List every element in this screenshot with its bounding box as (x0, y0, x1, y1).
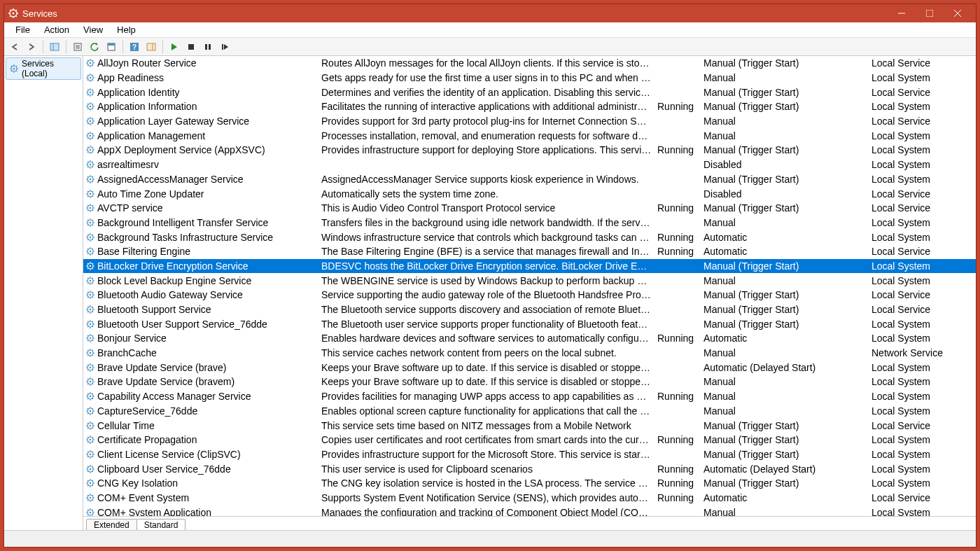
gear-icon (85, 449, 96, 460)
service-row[interactable]: AllJoyn Router ServiceRoutes AllJoyn mes… (83, 56, 976, 71)
service-row[interactable]: Brave Update Service (brave)Keeps your B… (83, 360, 976, 375)
service-row[interactable]: Application IdentityDetermines and verif… (83, 85, 976, 99)
gear-icon (85, 232, 96, 243)
service-row[interactable]: CNG Key IsolationThe CNG key isolation s… (83, 476, 976, 491)
service-logon-as: Local System (872, 130, 955, 141)
service-logon-as: Local System (872, 463, 955, 475)
pause-service-button[interactable] (200, 39, 216, 55)
main-area: Services (Local) AllJoyn Router ServiceR… (4, 56, 976, 530)
service-row[interactable]: Bluetooth Support ServiceThe Bluetooth s… (83, 302, 976, 317)
service-row[interactable]: Brave Update Service (bravem)Keeps your … (83, 375, 976, 389)
service-row[interactable]: Block Level Backup Engine ServiceThe WBE… (83, 273, 976, 288)
properties-button[interactable] (104, 39, 119, 55)
service-startup-type: Manual (Trigger Start) (704, 319, 872, 330)
service-name: Auto Time Zone Updater (97, 188, 321, 200)
service-row[interactable]: Application ManagementProcesses installa… (83, 128, 976, 143)
svg-rect-20 (209, 44, 211, 50)
service-startup-type: Manual (Trigger Start) (704, 87, 872, 98)
menu-help[interactable]: Help (110, 23, 143, 36)
service-row[interactable]: BitLocker Drive Encryption ServiceBDESVC… (83, 259, 976, 274)
service-row[interactable]: BranchCacheThis service caches network c… (83, 346, 976, 361)
service-description: Facilitates the running of interactive a… (321, 101, 657, 112)
service-description: This service sets time based on NITZ mes… (321, 420, 657, 431)
service-name: CaptureService_76dde (97, 405, 321, 417)
service-row[interactable]: App ReadinessGets apps ready for use the… (83, 71, 976, 85)
service-status: Running (657, 463, 704, 475)
gear-icon (85, 420, 96, 431)
service-row[interactable]: Bluetooth Audio Gateway ServiceService s… (83, 288, 976, 302)
forward-button[interactable] (24, 39, 39, 55)
menu-action[interactable]: Action (37, 23, 76, 36)
svg-point-25 (90, 62, 92, 64)
gear-icon (85, 144, 96, 155)
menu-view[interactable]: View (76, 23, 110, 36)
service-row[interactable]: AppX Deployment Service (AppXSVC)Provide… (83, 143, 976, 158)
tree-root-services-local[interactable]: Services (Local) (6, 57, 81, 80)
gear-icon (85, 217, 96, 228)
service-status: Running (657, 434, 704, 445)
service-name: Bluetooth Audio Gateway Service (97, 289, 321, 300)
tree-pane[interactable]: Services (Local) (4, 56, 83, 530)
svg-point-35 (90, 134, 92, 137)
service-row[interactable]: CaptureService_76ddeEnables optional scr… (83, 404, 976, 419)
service-row[interactable]: COM+ Event SystemSupports System Event N… (83, 491, 976, 505)
service-list[interactable]: AllJoyn Router ServiceRoutes AllJoyn mes… (83, 56, 976, 516)
restart-service-button[interactable] (217, 39, 232, 55)
svg-point-87 (90, 511, 92, 513)
tab-standard[interactable]: Standard (136, 519, 186, 530)
maximize-button[interactable] (916, 4, 944, 22)
menu-file[interactable]: File (8, 23, 37, 36)
service-description: Copies user certificates and root certif… (321, 434, 657, 445)
service-row[interactable]: Background Tasks Infrastructure ServiceW… (83, 230, 976, 244)
gear-icon (85, 362, 96, 373)
service-row[interactable]: Auto Time Zone UpdaterAutomatically sets… (83, 186, 976, 201)
stop-service-button[interactable] (183, 39, 199, 55)
service-row[interactable]: Application InformationFacilitates the r… (83, 99, 976, 114)
service-logon-as: Local System (872, 217, 955, 228)
toolbar-separator (162, 41, 163, 53)
svg-point-75 (90, 424, 92, 426)
service-status: Running (657, 391, 704, 402)
show-hide-tree-button[interactable] (47, 39, 62, 55)
service-row[interactable]: Client License Service (ClipSVC)Provides… (83, 447, 976, 462)
gear-icon (85, 188, 96, 200)
help-button[interactable]: ? (127, 39, 142, 55)
close-button[interactable] (944, 4, 972, 22)
svg-text:?: ? (132, 43, 136, 51)
svg-point-57 (90, 294, 92, 296)
service-row[interactable]: Bonjour ServiceEnables hardware devices … (83, 331, 976, 346)
svg-point-55 (90, 279, 92, 281)
service-row[interactable]: Application Layer Gateway ServiceProvide… (83, 114, 976, 129)
service-name: Background Tasks Infrastructure Service (97, 232, 321, 243)
service-logon-as: Local System (872, 159, 955, 170)
service-name: Bluetooth User Support Service_76dde (97, 319, 321, 330)
minimize-button[interactable] (888, 4, 916, 22)
export-list-button[interactable] (70, 39, 85, 55)
svg-point-85 (90, 497, 92, 499)
service-row[interactable]: Clipboard User Service_76ddeThis user se… (83, 461, 976, 476)
show-hide-action-pane-button[interactable] (144, 39, 159, 55)
service-row[interactable]: COM+ System ApplicationManages the confi… (83, 505, 976, 516)
service-row[interactable]: Cellular TimeThis service sets time base… (83, 418, 976, 433)
tab-extended[interactable]: Extended (86, 519, 137, 530)
service-row[interactable]: Bluetooth User Support Service_76ddeThe … (83, 316, 976, 331)
titlebar[interactable]: Services (4, 4, 976, 22)
start-service-button[interactable] (167, 39, 182, 55)
refresh-button[interactable] (87, 39, 102, 55)
service-row[interactable]: Base Filtering EngineThe Base Filtering … (83, 244, 976, 259)
service-row[interactable]: AssignedAccessManager ServiceAssignedAcc… (83, 172, 976, 187)
service-startup-type: Disabled (704, 188, 872, 200)
gear-icon (85, 87, 96, 98)
service-row[interactable]: Certificate PropagationCopies user certi… (83, 433, 976, 447)
service-row[interactable]: AVCTP serviceThis is Audio Video Control… (83, 201, 976, 216)
service-row[interactable]: Background Intelligent Transfer ServiceT… (83, 216, 976, 230)
service-logon-as: Local System (872, 449, 955, 460)
svg-point-39 (90, 164, 92, 166)
service-status: Running (657, 202, 704, 214)
gear-icon (85, 246, 96, 257)
service-row[interactable]: Capability Access Manager ServiceProvide… (83, 389, 976, 404)
service-description: Supports System Event Notification Servi… (321, 492, 657, 503)
back-button[interactable] (7, 39, 22, 55)
service-row[interactable]: asrrealtimesrvDisabledLocal System (83, 158, 976, 172)
window-title: Services (22, 8, 888, 19)
